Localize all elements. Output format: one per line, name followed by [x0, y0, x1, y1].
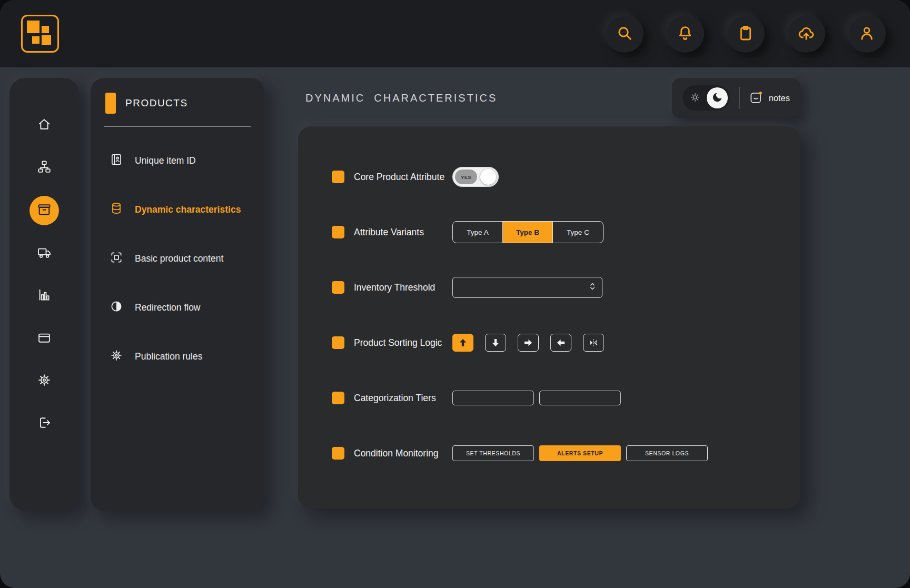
sort-down-button[interactable] [485, 334, 506, 352]
header [0, 0, 910, 67]
products-box-icon [37, 202, 52, 218]
rail-item-home[interactable] [29, 111, 59, 140]
cloud-upload-icon [798, 25, 815, 43]
flip-horizontal-icon [588, 337, 599, 348]
form-row-attribute-variants: Attribute Variants Type A Type B Type C [332, 220, 800, 245]
rail-item-hierarchy[interactable] [29, 153, 59, 183]
profile-button[interactable] [848, 15, 886, 53]
rail-item-settings[interactable] [29, 366, 59, 395]
core-product-attribute-toggle[interactable]: YES [452, 167, 499, 187]
form-row-inventory-threshold: Inventory Threshold [332, 275, 800, 300]
bell-icon [677, 25, 694, 43]
notifications-button[interactable] [666, 15, 704, 53]
form-row-product-sorting-logic: Product Sorting Logic [332, 330, 800, 355]
products-menu: Unique item ID Dynamic characteristics B… [104, 148, 251, 369]
controls-divider [739, 87, 740, 109]
clipboard-button[interactable] [727, 15, 765, 53]
segment-type-c[interactable]: Type C [553, 222, 603, 243]
settings-gear-icon [37, 373, 52, 389]
moon-icon [711, 92, 723, 105]
logo-square [42, 26, 49, 33]
condition-buttons: SET THRESHOLDS ALERTS SETUP SENSOR LOGS [452, 445, 708, 461]
alerts-setup-button[interactable]: ALERTS SETUP [539, 445, 621, 461]
arrow-left-icon [556, 337, 566, 348]
inventory-threshold-select[interactable] [452, 277, 602, 298]
attribute-variants-checkbox[interactable] [332, 226, 344, 238]
menu-item-redirection-flow[interactable]: Redirection flow [104, 295, 251, 320]
categorization-tiers-checkbox[interactable] [332, 392, 344, 404]
content-area: PRODUCTS Unique item ID Dynamic characte… [0, 67, 910, 588]
app-window: PRODUCTS Unique item ID Dynamic characte… [0, 0, 910, 588]
theme-toggle [682, 85, 730, 111]
row-label: Attribute Variants [354, 227, 452, 238]
segment-type-b[interactable]: Type B [503, 222, 553, 243]
gear-icon [110, 348, 123, 364]
set-thresholds-button[interactable]: SET THRESHOLDS [452, 445, 534, 461]
form-row-categorization-tiers: Categorization Tiers [332, 385, 800, 411]
database-icon [110, 202, 123, 217]
main-area: DYNAMIC CHARACTERISTICS [264, 78, 910, 588]
logout-icon [37, 415, 52, 432]
truck-icon [37, 245, 52, 261]
app-logo[interactable] [21, 15, 59, 53]
menu-item-label: Publication rules [135, 351, 202, 362]
row-label: Condition Monitoring [354, 448, 452, 459]
theme-dark-button[interactable] [707, 87, 728, 108]
sort-up-button[interactable] [452, 334, 473, 352]
panel-title: PRODUCTS [125, 97, 188, 109]
toggle-knob [480, 169, 496, 185]
segment-type-a[interactable]: Type A [453, 222, 503, 243]
sort-left-button[interactable] [550, 334, 571, 352]
search-icon [616, 25, 633, 43]
menu-item-label: Basic product content [135, 253, 223, 264]
panel-divider [104, 126, 251, 127]
toggle-state-label: YES [455, 170, 477, 184]
form-row-core-product-attribute: Core Product Attribute YES [332, 164, 800, 190]
sun-icon [689, 92, 701, 105]
top-controls: notes [672, 78, 800, 118]
menu-item-label: Unique item ID [135, 155, 196, 166]
clipboard-icon [737, 25, 754, 43]
tier-two-input[interactable] [539, 391, 621, 405]
notes-label: notes [769, 93, 790, 103]
sort-right-button[interactable] [518, 334, 539, 352]
menu-item-publication-rules[interactable]: Publication rules [104, 344, 251, 369]
hierarchy-icon [37, 160, 52, 176]
id-card-icon [110, 153, 123, 168]
condition-monitoring-checkbox[interactable] [332, 447, 344, 460]
wallet-icon [37, 330, 52, 346]
menu-item-basic-product-content[interactable]: Basic product content [104, 246, 251, 271]
core-product-attribute-checkbox[interactable] [332, 171, 344, 183]
rail-item-products[interactable] [29, 196, 59, 225]
menu-item-dynamic-characteristics[interactable]: Dynamic characteristics [104, 197, 251, 222]
row-label: Product Sorting Logic [354, 337, 452, 348]
sorting-buttons [452, 334, 604, 352]
product-sorting-logic-checkbox[interactable] [332, 336, 344, 349]
scan-frame-icon [110, 251, 123, 266]
upload-button[interactable] [787, 15, 825, 53]
notes-button[interactable]: notes [749, 91, 790, 106]
arrow-down-icon [490, 337, 501, 348]
products-panel: PRODUCTS Unique item ID Dynamic characte… [91, 78, 264, 511]
inventory-threshold-checkbox[interactable] [332, 281, 344, 294]
sensor-logs-button[interactable]: SENSOR LOGS [626, 445, 708, 461]
form-row-condition-monitoring: Condition Monitoring SET THRESHOLDS ALER… [332, 441, 800, 466]
sort-flip-button[interactable] [583, 334, 604, 352]
main-top-bar: DYNAMIC CHARACTERISTICS [298, 78, 800, 118]
row-label: Categorization Tiers [354, 393, 452, 404]
menu-item-label: Dynamic characteristics [135, 204, 241, 215]
search-button[interactable] [606, 15, 644, 53]
panel-accent-mark [105, 93, 116, 114]
rail-item-delivery[interactable] [29, 238, 59, 268]
products-panel-header: PRODUCTS [104, 93, 251, 114]
rail-item-analytics[interactable] [29, 281, 59, 311]
tier-one-input[interactable] [452, 391, 534, 405]
row-label: Inventory Threshold [354, 282, 452, 293]
rail-item-logout[interactable] [29, 408, 59, 438]
theme-light-button[interactable] [685, 87, 706, 108]
menu-item-unique-item-id[interactable]: Unique item ID [104, 148, 251, 173]
notes-smiley-icon [749, 91, 763, 106]
menu-item-label: Redirection flow [135, 302, 201, 313]
half-circle-icon [110, 300, 123, 315]
rail-item-wallet[interactable] [29, 323, 59, 353]
